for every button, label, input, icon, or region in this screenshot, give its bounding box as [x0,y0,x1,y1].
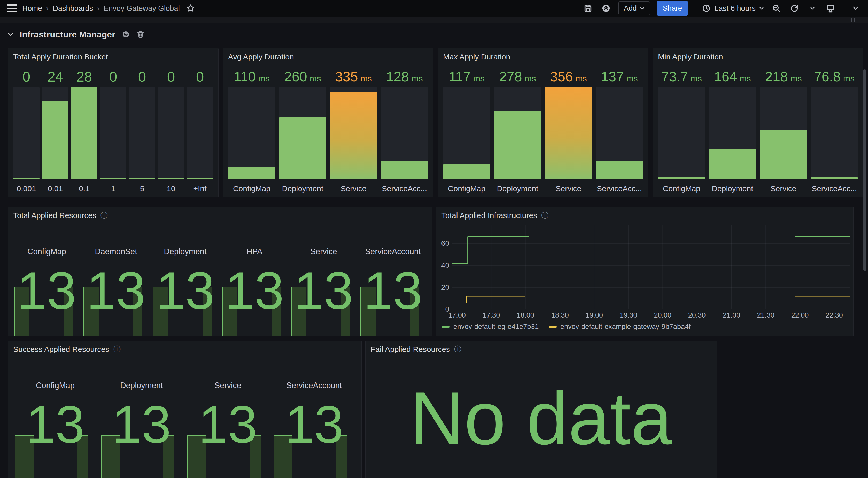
bar-value: 164ms [709,66,756,87]
bar-track [129,87,155,179]
bar-value: 218ms [760,66,807,87]
bar-value-number: 137 [601,66,624,87]
bar-fill [381,161,428,179]
panel-title[interactable]: Min Apply Duration [658,53,723,61]
bar-track [811,87,858,179]
panel-avg-apply-duration: Avg Apply Durationⓘ 110msConfigMap260msD… [223,48,433,198]
panel-success-applied-resources: Success Applied Resourcesⓘ ConfigMap13De… [8,340,362,478]
bar-value: 137ms [596,66,643,87]
bar-category-label: Service [760,179,807,193]
stat-label: HPA [220,247,289,256]
bar-value-number: 76.8 [814,66,841,87]
bar-fill [129,178,155,179]
info-icon[interactable]: ⓘ [454,346,461,353]
bar-value: 128ms [381,66,428,87]
zoom-out-icon[interactable] [771,3,782,14]
bar-fill [709,149,756,179]
stat-cell: ServiceAccount13 [271,359,357,478]
panel-title[interactable]: Max Apply Duration [443,53,510,61]
y-axis-tick-label: 60 [438,239,449,247]
info-icon[interactable]: ⓘ [541,212,549,219]
refresh-interval-chevron-icon[interactable] [807,3,818,14]
breadcrumb: Home › Dashboards › Envoy Gateway Global [22,4,180,13]
bar-category-label: Service [545,179,592,193]
kiosk-monitor-icon[interactable] [825,3,836,14]
bar-value-number: 0 [109,66,117,87]
bar-value-unit: ms [790,68,802,89]
bar-gauge-column: 335msService [330,66,377,193]
panel-title[interactable]: Total Applied Infrastructures [441,211,537,220]
bar-value-number: 73.7 [661,66,688,87]
stat-label: Deployment [98,381,185,390]
bar-value-number: 128 [386,66,409,87]
bar-value-unit: ms [473,68,485,89]
bar-value: 356ms [545,66,592,87]
bar-fill [545,87,592,179]
timeseries-plot [452,225,850,309]
bar-category-label: ConfigMap [658,179,705,193]
bar-category-label: ServiceAcc... [596,179,643,193]
time-range-picker[interactable]: Last 6 hours [702,4,764,13]
panel-title[interactable]: Total Applied Resources [13,211,96,220]
collapse-toolbar-chevron-icon[interactable] [850,3,861,14]
bar-category-label: 10 [158,179,184,193]
x-axis-tick-label: 22:30 [826,311,843,319]
bar-gauge-column: 218msService [760,66,807,193]
y-axis-tick-label: 40 [438,261,449,269]
bar-value-number: 164 [714,66,737,87]
panel-total-applied-infrastructures: Total Applied Infrastructuresⓘ 020406017… [436,207,854,336]
panel-title[interactable]: Avg Apply Duration [228,53,294,61]
stat-value: 13 [185,398,271,451]
share-button[interactable]: Share [657,1,688,16]
bar-gauge-column: 240.01 [42,66,68,193]
x-axis-tick-label: 18:30 [551,311,569,319]
save-icon[interactable] [582,3,594,14]
stat-label: ServiceAccount [271,381,357,390]
bar-category-label: +Inf [187,179,213,193]
legend-item[interactable]: envoy-default-eg-e41e7b31 [442,323,538,331]
legend-item[interactable]: envoy-default-example-gateway-9b7aba4f [549,323,690,331]
bar-fill [279,117,326,179]
bar-gauge-column: 278msDeployment [494,66,541,193]
bar-value: 0 [129,66,155,87]
bar-fill [443,164,490,179]
panel-title[interactable]: Total Apply Duration Bucket [13,53,108,61]
chevron-down-icon [8,33,13,36]
refresh-icon[interactable] [789,3,800,14]
stat-value: 13 [82,264,151,317]
bar-fill [42,101,68,179]
bar-value-number: 278 [499,66,522,87]
bar-gauge-column: 00.001 [13,66,39,193]
pause-indicator-icon [851,18,855,22]
section-title[interactable]: Infrastructure Manager [20,29,115,39]
row-delete-trash-icon[interactable] [136,30,145,39]
row-header-infrastructure-manager[interactable]: Infrastructure Manager [8,27,145,42]
collapsed-toolbar-strip [0,17,868,23]
panel-title[interactable]: Fail Applied Resources [371,345,450,354]
star-icon[interactable] [185,3,196,14]
bar-value: 73.7ms [658,66,705,87]
panel-title[interactable]: Success Applied Resources [13,345,109,354]
breadcrumb-dashboards[interactable]: Dashboards [53,4,93,13]
breadcrumb-home[interactable]: Home [22,4,42,13]
bar-fill [187,178,213,179]
stat-label: Service [289,247,358,256]
info-icon[interactable]: ⓘ [100,212,108,219]
legend-label: envoy-default-eg-e41e7b31 [454,323,538,331]
menu-icon[interactable] [7,4,17,12]
bar-track [279,87,326,179]
add-button[interactable]: Add [618,1,650,15]
stat-value: 13 [220,264,289,317]
stat-cell: Service13 [289,225,358,336]
bar-track [158,87,184,179]
bar-category-label: Deployment [709,179,756,193]
row-settings-gear-icon[interactable] [121,30,130,39]
settings-gear-icon[interactable] [600,3,612,14]
info-icon[interactable]: ⓘ [114,346,121,353]
bar-value: 76.8ms [811,66,858,87]
page-scrollbar[interactable] [863,69,866,271]
bar-value-unit: ms [361,68,372,89]
bar-gauge-column: 01 [100,66,126,193]
x-axis-tick-label: 19:00 [586,311,603,319]
panel-total-applied-resources: Total Applied Resourcesⓘ ConfigMap13Daem… [8,207,432,336]
